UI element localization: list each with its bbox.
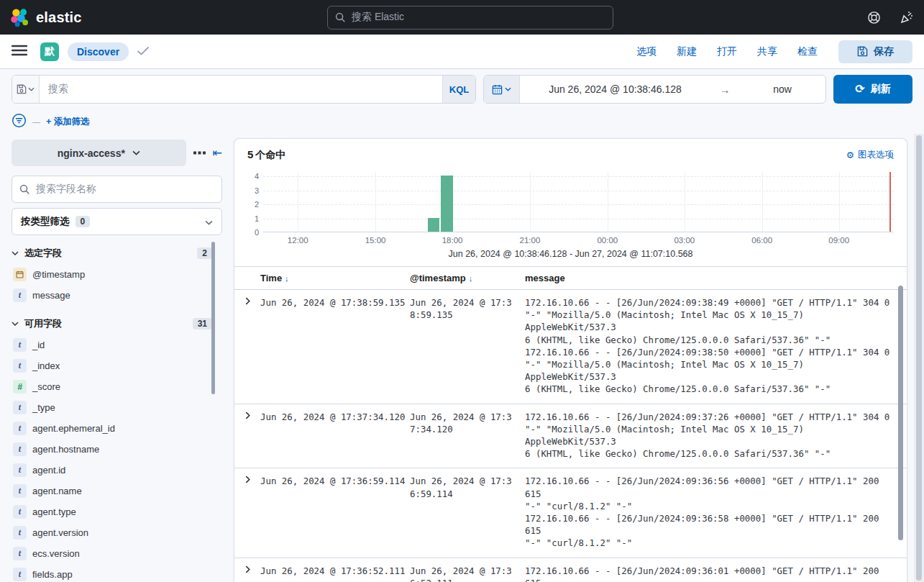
kql-search-placeholder: 搜索 [48, 83, 68, 96]
field-item[interactable]: tagent.ephemeral_id [12, 418, 222, 439]
timestamp-cell[interactable]: Jun 26, 2024 @ 17:36:52.111 [410, 565, 525, 582]
boxes-horizontal-icon[interactable] [193, 151, 206, 155]
expand-row-icon[interactable] [243, 411, 252, 419]
timestamp-cell[interactable]: Jun 26, 2024 @ 17:37:34.120 [410, 411, 525, 460]
chevron-down-icon [505, 87, 511, 91]
column-header-message[interactable]: message [525, 273, 907, 283]
column-header-Time[interactable]: Time↓ [260, 273, 410, 283]
message-cell[interactable]: 172.16.10.66 - - [26/Jun/2024:09:38:49 +… [525, 296, 907, 396]
field-item[interactable]: #_score [12, 376, 222, 397]
toolbar-action-0[interactable]: 选项 [630, 41, 663, 63]
chevron-down-icon [132, 150, 140, 155]
message-cell[interactable]: 172.16.10.66 - - [26/Jun/2024:09:36:56 +… [525, 475, 907, 549]
field-item[interactable]: tagent.version [12, 522, 222, 543]
field-item[interactable]: tagent.type [12, 501, 222, 522]
x-tick-label: 03:00 [674, 236, 695, 245]
elastic-logo-icon [10, 8, 29, 27]
toolbar-action-1[interactable]: 新建 [670, 41, 703, 63]
date-end-value[interactable]: now [739, 76, 825, 103]
page-scrollbar[interactable] [914, 134, 924, 582]
kql-search-input[interactable]: 搜索 [40, 76, 442, 103]
global-search-input[interactable]: 搜索 Elastic [327, 6, 613, 29]
documents-table: Time↓@timestamp↓message Jun 26, 2024 @ 1… [234, 266, 907, 582]
logo-wordmark: elastic [36, 9, 82, 26]
selected-fields-section[interactable]: 选定字段 2 [12, 247, 222, 260]
toolbar-action-4[interactable]: 检查 [791, 41, 824, 63]
toolbar-action-3[interactable]: 共享 [751, 41, 784, 63]
index-pattern-select[interactable]: nginx-access* [12, 140, 186, 166]
y-tick-label: 1 [255, 214, 259, 223]
field-item[interactable]: t_index [12, 355, 222, 376]
breadcrumb[interactable]: Discover [68, 42, 129, 61]
field-search-input[interactable]: 搜索字段名称 [12, 176, 222, 203]
menu-icon[interactable] [12, 45, 27, 59]
saved-query-menu-button[interactable] [12, 76, 40, 103]
message-cell[interactable]: 172.16.10.66 - - [26/Jun/2024:09:36:01 +… [525, 565, 907, 582]
x-tick-label: 00:00 [597, 236, 618, 245]
text-field-icon: t [13, 526, 27, 540]
collapse-sidebar-icon[interactable]: ⇤ [213, 147, 222, 159]
sort-descending-icon[interactable]: ↓ [285, 274, 289, 283]
space-avatar[interactable]: 默 [40, 42, 59, 61]
timestamp-cell[interactable]: Jun 26, 2024 @ 17:36:59.114 [410, 475, 525, 549]
type-filter-count-badge: 0 [76, 216, 91, 227]
field-item[interactable]: tagent.id [12, 460, 222, 481]
field-item[interactable]: @timestamp [12, 264, 222, 285]
time-cell[interactable]: Jun 26, 2024 @ 17:36:52.111 [260, 565, 410, 582]
y-tick-label: 3 [255, 186, 259, 195]
expand-row-icon[interactable] [243, 296, 252, 305]
search-icon [335, 12, 346, 23]
refresh-button[interactable]: ⟳ 刷新 [833, 75, 912, 104]
chart-options-button[interactable]: ⚙ 图表选项 [846, 149, 894, 161]
table-body: Jun 26, 2024 @ 17:38:59.135 Jun 26, 2024… [234, 290, 907, 582]
check-icon [137, 45, 149, 58]
refresh-icon: ⟳ [855, 83, 864, 95]
expand-row-icon[interactable] [243, 565, 252, 573]
fields-sidebar: nginx-access* ⇤ 搜索字段名称 按类型筛选 0 选定字段 2 [0, 134, 234, 582]
field-item[interactable]: tmessage [12, 285, 222, 306]
timestamp-cell[interactable]: Jun 26, 2024 @ 17:38:59.135 [410, 296, 525, 396]
field-item[interactable]: tagent.hostname [12, 439, 222, 460]
chevron-down-icon [12, 251, 19, 255]
x-tick-label: 21:00 [520, 236, 541, 245]
add-filter-button[interactable]: + 添加筛选 [46, 116, 90, 128]
help-icon[interactable] [867, 11, 881, 24]
time-cell[interactable]: Jun 26, 2024 @ 17:37:34.120 [260, 411, 410, 460]
sort-descending-icon[interactable]: ↓ [469, 274, 473, 283]
field-item[interactable]: tfields.app [12, 564, 222, 582]
field-item[interactable]: t_type [12, 397, 222, 418]
x-tick-label: 18:00 [442, 236, 463, 245]
expand-row-icon[interactable] [243, 475, 252, 483]
elastic-logo[interactable]: elastic [10, 8, 82, 27]
field-item[interactable]: tagent.name [12, 481, 222, 501]
newsfeed-icon[interactable] [900, 10, 914, 24]
kql-language-button[interactable]: KQL [442, 76, 475, 103]
page-scrollbar-thumb[interactable] [916, 135, 922, 581]
save-button[interactable]: 保存 [838, 40, 912, 63]
toolbar-action-2[interactable]: 打开 [710, 41, 744, 63]
y-tick-label: 2 [255, 200, 259, 209]
text-field-icon: t [13, 442, 27, 456]
chart-plot [263, 172, 894, 232]
date-quick-menu-button[interactable] [484, 76, 520, 103]
message-cell[interactable]: 172.16.10.66 - - [26/Jun/2024:09:37:26 +… [525, 411, 907, 460]
histogram-bar[interactable] [441, 176, 453, 232]
time-cell[interactable]: Jun 26, 2024 @ 17:36:59.114 [260, 475, 410, 549]
text-field-icon: t [13, 422, 27, 435]
field-item[interactable]: tecs.version [12, 543, 222, 564]
number-field-icon: # [13, 380, 27, 394]
sidebar-scrollbar[interactable] [211, 242, 215, 394]
column-header-@timestamp[interactable]: @timestamp↓ [410, 273, 525, 283]
filter-by-type-select[interactable]: 按类型筛选 0 [12, 208, 222, 235]
time-cell[interactable]: Jun 26, 2024 @ 17:38:59.135 [260, 296, 410, 396]
available-fields-list: t_idt_index#_scoret_typetagent.ephemeral… [12, 335, 222, 582]
filter-icon[interactable] [12, 113, 27, 131]
chart-y-axis: 01234 [247, 172, 263, 232]
histogram-chart[interactable]: 01234 12:0015:0018:0021:0000:0003:0006:0… [234, 166, 907, 263]
date-start-value[interactable]: Jun 26, 2024 @ 10:38:46.128 [520, 76, 710, 103]
histogram-bar[interactable] [428, 218, 439, 232]
table-scrollbar[interactable] [898, 286, 903, 540]
field-item[interactable]: t_id [12, 335, 222, 355]
available-fields-section[interactable]: 可用字段 31 [12, 317, 222, 330]
table-header: Time↓@timestamp↓message [234, 267, 907, 290]
